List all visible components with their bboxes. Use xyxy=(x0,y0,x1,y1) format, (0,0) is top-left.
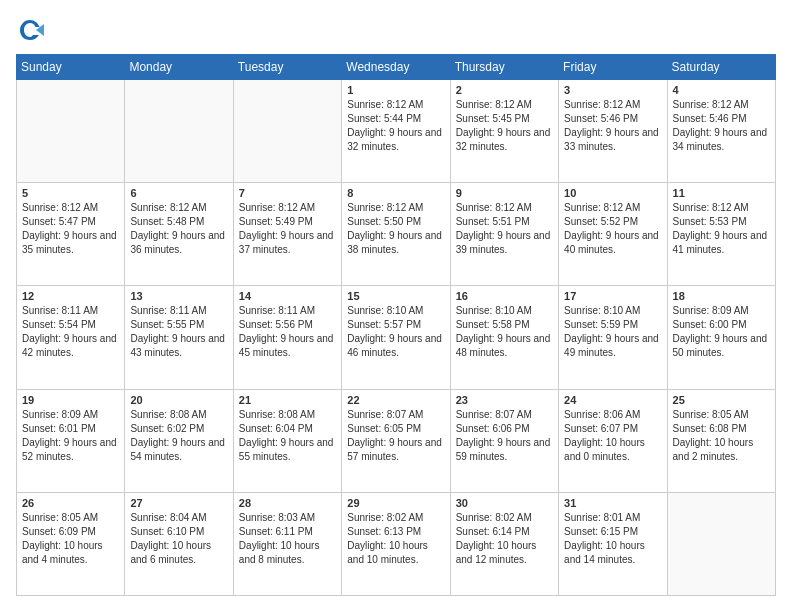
day-number: 17 xyxy=(564,290,661,302)
day-info: Sunrise: 8:12 AMSunset: 5:52 PMDaylight:… xyxy=(564,202,659,255)
day-info: Sunrise: 8:11 AMSunset: 5:56 PMDaylight:… xyxy=(239,305,334,358)
calendar-cell: 9 Sunrise: 8:12 AMSunset: 5:51 PMDayligh… xyxy=(450,183,558,286)
day-number: 15 xyxy=(347,290,444,302)
day-info: Sunrise: 8:12 AMSunset: 5:45 PMDaylight:… xyxy=(456,99,551,152)
calendar-cell: 20 Sunrise: 8:08 AMSunset: 6:02 PMDaylig… xyxy=(125,389,233,492)
calendar-week-row: 1 Sunrise: 8:12 AMSunset: 5:44 PMDayligh… xyxy=(17,80,776,183)
calendar-cell: 5 Sunrise: 8:12 AMSunset: 5:47 PMDayligh… xyxy=(17,183,125,286)
day-number: 26 xyxy=(22,497,119,509)
day-info: Sunrise: 8:08 AMSunset: 6:04 PMDaylight:… xyxy=(239,409,334,462)
day-info: Sunrise: 8:12 AMSunset: 5:46 PMDaylight:… xyxy=(564,99,659,152)
day-number: 5 xyxy=(22,187,119,199)
day-info: Sunrise: 8:12 AMSunset: 5:53 PMDaylight:… xyxy=(673,202,768,255)
day-number: 11 xyxy=(673,187,770,199)
day-number: 18 xyxy=(673,290,770,302)
logo-icon xyxy=(16,16,44,44)
weekday-header-row: SundayMondayTuesdayWednesdayThursdayFrid… xyxy=(17,55,776,80)
calendar-cell: 11 Sunrise: 8:12 AMSunset: 5:53 PMDaylig… xyxy=(667,183,775,286)
day-info: Sunrise: 8:12 AMSunset: 5:49 PMDaylight:… xyxy=(239,202,334,255)
calendar-cell: 16 Sunrise: 8:10 AMSunset: 5:58 PMDaylig… xyxy=(450,286,558,389)
calendar-cell: 30 Sunrise: 8:02 AMSunset: 6:14 PMDaylig… xyxy=(450,492,558,595)
day-number: 20 xyxy=(130,394,227,406)
calendar-cell: 10 Sunrise: 8:12 AMSunset: 5:52 PMDaylig… xyxy=(559,183,667,286)
calendar-cell: 2 Sunrise: 8:12 AMSunset: 5:45 PMDayligh… xyxy=(450,80,558,183)
day-number: 21 xyxy=(239,394,336,406)
weekday-header: Sunday xyxy=(17,55,125,80)
day-info: Sunrise: 8:12 AMSunset: 5:46 PMDaylight:… xyxy=(673,99,768,152)
calendar-cell: 19 Sunrise: 8:09 AMSunset: 6:01 PMDaylig… xyxy=(17,389,125,492)
weekday-header: Wednesday xyxy=(342,55,450,80)
calendar-cell: 23 Sunrise: 8:07 AMSunset: 6:06 PMDaylig… xyxy=(450,389,558,492)
day-number: 28 xyxy=(239,497,336,509)
day-number: 14 xyxy=(239,290,336,302)
day-info: Sunrise: 8:02 AMSunset: 6:14 PMDaylight:… xyxy=(456,512,537,565)
calendar-cell: 15 Sunrise: 8:10 AMSunset: 5:57 PMDaylig… xyxy=(342,286,450,389)
weekday-header: Thursday xyxy=(450,55,558,80)
day-info: Sunrise: 8:12 AMSunset: 5:44 PMDaylight:… xyxy=(347,99,442,152)
day-number: 24 xyxy=(564,394,661,406)
calendar-cell: 17 Sunrise: 8:10 AMSunset: 5:59 PMDaylig… xyxy=(559,286,667,389)
calendar-cell: 27 Sunrise: 8:04 AMSunset: 6:10 PMDaylig… xyxy=(125,492,233,595)
day-info: Sunrise: 8:11 AMSunset: 5:55 PMDaylight:… xyxy=(130,305,225,358)
weekday-header: Monday xyxy=(125,55,233,80)
calendar-cell: 24 Sunrise: 8:06 AMSunset: 6:07 PMDaylig… xyxy=(559,389,667,492)
day-number: 4 xyxy=(673,84,770,96)
page: SundayMondayTuesdayWednesdayThursdayFrid… xyxy=(0,0,792,612)
calendar-cell xyxy=(125,80,233,183)
day-number: 13 xyxy=(130,290,227,302)
weekday-header: Friday xyxy=(559,55,667,80)
day-number: 1 xyxy=(347,84,444,96)
day-number: 16 xyxy=(456,290,553,302)
day-number: 19 xyxy=(22,394,119,406)
calendar-cell: 1 Sunrise: 8:12 AMSunset: 5:44 PMDayligh… xyxy=(342,80,450,183)
day-number: 9 xyxy=(456,187,553,199)
calendar-cell: 29 Sunrise: 8:02 AMSunset: 6:13 PMDaylig… xyxy=(342,492,450,595)
day-info: Sunrise: 8:12 AMSunset: 5:51 PMDaylight:… xyxy=(456,202,551,255)
day-info: Sunrise: 8:06 AMSunset: 6:07 PMDaylight:… xyxy=(564,409,645,462)
day-info: Sunrise: 8:09 AMSunset: 6:00 PMDaylight:… xyxy=(673,305,768,358)
calendar-cell: 6 Sunrise: 8:12 AMSunset: 5:48 PMDayligh… xyxy=(125,183,233,286)
calendar-week-row: 26 Sunrise: 8:05 AMSunset: 6:09 PMDaylig… xyxy=(17,492,776,595)
day-info: Sunrise: 8:07 AMSunset: 6:05 PMDaylight:… xyxy=(347,409,442,462)
calendar-cell: 31 Sunrise: 8:01 AMSunset: 6:15 PMDaylig… xyxy=(559,492,667,595)
calendar-table: SundayMondayTuesdayWednesdayThursdayFrid… xyxy=(16,54,776,596)
calendar-cell xyxy=(17,80,125,183)
header xyxy=(16,16,776,44)
logo xyxy=(16,16,48,44)
day-number: 30 xyxy=(456,497,553,509)
day-number: 6 xyxy=(130,187,227,199)
day-number: 22 xyxy=(347,394,444,406)
calendar-cell xyxy=(667,492,775,595)
weekday-header: Tuesday xyxy=(233,55,341,80)
calendar-cell: 13 Sunrise: 8:11 AMSunset: 5:55 PMDaylig… xyxy=(125,286,233,389)
calendar-cell: 25 Sunrise: 8:05 AMSunset: 6:08 PMDaylig… xyxy=(667,389,775,492)
day-number: 2 xyxy=(456,84,553,96)
day-info: Sunrise: 8:05 AMSunset: 6:09 PMDaylight:… xyxy=(22,512,103,565)
day-info: Sunrise: 8:12 AMSunset: 5:50 PMDaylight:… xyxy=(347,202,442,255)
calendar-cell: 28 Sunrise: 8:03 AMSunset: 6:11 PMDaylig… xyxy=(233,492,341,595)
calendar-cell: 26 Sunrise: 8:05 AMSunset: 6:09 PMDaylig… xyxy=(17,492,125,595)
day-info: Sunrise: 8:05 AMSunset: 6:08 PMDaylight:… xyxy=(673,409,754,462)
day-info: Sunrise: 8:03 AMSunset: 6:11 PMDaylight:… xyxy=(239,512,320,565)
day-number: 27 xyxy=(130,497,227,509)
calendar-cell: 18 Sunrise: 8:09 AMSunset: 6:00 PMDaylig… xyxy=(667,286,775,389)
day-number: 12 xyxy=(22,290,119,302)
calendar-cell xyxy=(233,80,341,183)
day-info: Sunrise: 8:10 AMSunset: 5:57 PMDaylight:… xyxy=(347,305,442,358)
day-info: Sunrise: 8:10 AMSunset: 5:59 PMDaylight:… xyxy=(564,305,659,358)
calendar-week-row: 5 Sunrise: 8:12 AMSunset: 5:47 PMDayligh… xyxy=(17,183,776,286)
day-info: Sunrise: 8:12 AMSunset: 5:47 PMDaylight:… xyxy=(22,202,117,255)
day-number: 7 xyxy=(239,187,336,199)
day-number: 29 xyxy=(347,497,444,509)
weekday-header: Saturday xyxy=(667,55,775,80)
day-number: 23 xyxy=(456,394,553,406)
calendar-cell: 14 Sunrise: 8:11 AMSunset: 5:56 PMDaylig… xyxy=(233,286,341,389)
day-info: Sunrise: 8:09 AMSunset: 6:01 PMDaylight:… xyxy=(22,409,117,462)
calendar-cell: 22 Sunrise: 8:07 AMSunset: 6:05 PMDaylig… xyxy=(342,389,450,492)
day-number: 31 xyxy=(564,497,661,509)
day-info: Sunrise: 8:12 AMSunset: 5:48 PMDaylight:… xyxy=(130,202,225,255)
calendar-cell: 8 Sunrise: 8:12 AMSunset: 5:50 PMDayligh… xyxy=(342,183,450,286)
day-info: Sunrise: 8:07 AMSunset: 6:06 PMDaylight:… xyxy=(456,409,551,462)
calendar-cell: 3 Sunrise: 8:12 AMSunset: 5:46 PMDayligh… xyxy=(559,80,667,183)
calendar-cell: 4 Sunrise: 8:12 AMSunset: 5:46 PMDayligh… xyxy=(667,80,775,183)
